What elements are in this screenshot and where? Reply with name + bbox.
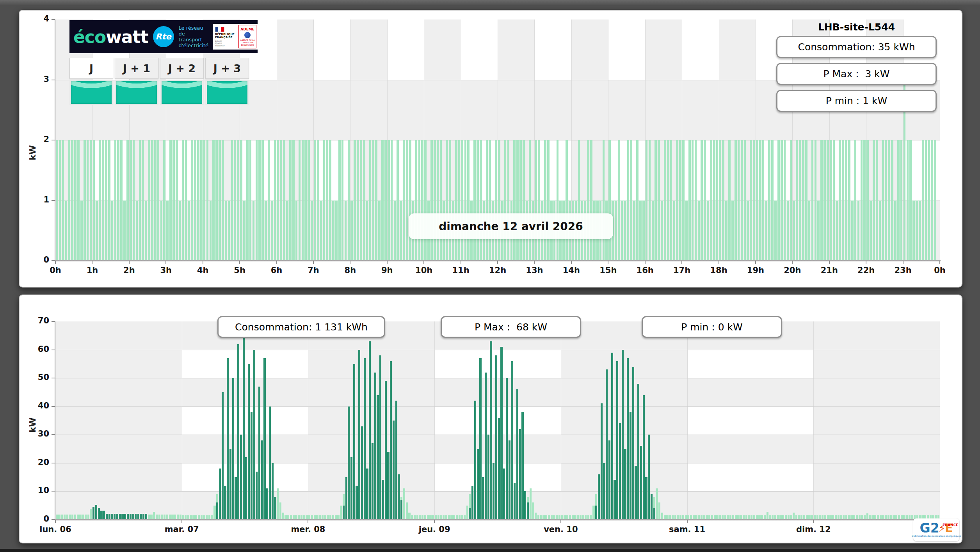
x-tick-mark bbox=[681, 261, 682, 264]
consumption-bar bbox=[169, 140, 172, 261]
dark-power-bar bbox=[379, 355, 381, 520]
consumption-bar bbox=[249, 140, 252, 261]
dark-power-bar bbox=[387, 452, 389, 520]
tab-J[interactable]: J bbox=[69, 58, 113, 79]
dark-power-bar bbox=[616, 361, 618, 520]
consumption-bar bbox=[673, 201, 676, 261]
y-axis-line bbox=[55, 321, 55, 520]
tab-J+3[interactable]: J + 3 bbox=[205, 58, 249, 79]
consumption-bar bbox=[547, 140, 550, 261]
dark-power-bar bbox=[121, 514, 123, 520]
consumption-bar bbox=[519, 140, 522, 261]
consumption-bar bbox=[851, 201, 854, 261]
consumption-bar bbox=[142, 140, 144, 261]
dark-power-bar bbox=[219, 469, 221, 520]
consumption-bar bbox=[384, 140, 387, 261]
consumption-bar bbox=[461, 140, 464, 261]
dark-power-bar bbox=[400, 500, 402, 520]
forecast-thumb-cell bbox=[115, 80, 158, 105]
consumption-bar bbox=[603, 140, 605, 261]
consumption-bar bbox=[823, 140, 826, 261]
dark-power-bar bbox=[377, 395, 379, 520]
dark-power-bar bbox=[490, 341, 492, 520]
consumption-bar bbox=[842, 140, 844, 261]
consumption-bar bbox=[811, 140, 814, 261]
y-tick-label: 0 bbox=[25, 255, 49, 264]
consumption-bar bbox=[90, 140, 92, 261]
dark-power-bar bbox=[248, 364, 250, 520]
dark-power-bar bbox=[637, 384, 639, 520]
dark-power-bar bbox=[521, 412, 523, 520]
consumption-bar bbox=[799, 140, 801, 261]
consumption-bar bbox=[71, 140, 73, 261]
light-power-bar bbox=[277, 488, 279, 520]
light-power-bar bbox=[767, 512, 768, 520]
consumption-bar bbox=[338, 140, 341, 261]
consumption-bar bbox=[219, 140, 221, 261]
forecast-gauge-thumbnail[interactable] bbox=[116, 81, 157, 104]
consumption-bar bbox=[704, 140, 706, 261]
consumption-bar bbox=[861, 140, 863, 261]
consumption-bar bbox=[652, 201, 654, 261]
dark-power-bar bbox=[643, 395, 645, 520]
consumption-bar bbox=[587, 140, 589, 261]
consumption-bar bbox=[166, 201, 169, 261]
forecast-gauge-thumbnail[interactable] bbox=[71, 81, 112, 104]
consumption-bar bbox=[299, 140, 301, 261]
x-tick-mark bbox=[755, 261, 756, 264]
tab-J+2[interactable]: J + 2 bbox=[160, 58, 204, 79]
consumption-bar bbox=[857, 201, 860, 261]
consumption-bar bbox=[820, 140, 823, 261]
tab-J+1[interactable]: J + 1 bbox=[115, 58, 158, 79]
dark-power-bar bbox=[498, 418, 500, 520]
consumption-bar bbox=[139, 140, 141, 261]
consumption-bar bbox=[59, 140, 61, 261]
v-gridline bbox=[308, 321, 308, 520]
consumption-bar bbox=[295, 201, 298, 261]
background-band bbox=[55, 378, 940, 406]
forecast-gauge-thumbnail[interactable] bbox=[207, 81, 247, 104]
consumption-bar bbox=[323, 140, 325, 261]
consumption-bar bbox=[145, 201, 147, 261]
consumption-bar bbox=[449, 140, 451, 261]
dark-power-bar bbox=[469, 508, 471, 520]
dark-power-bar bbox=[350, 457, 352, 520]
x-tick-mark bbox=[719, 261, 719, 264]
x-tick-mark bbox=[313, 261, 314, 264]
consumption-bar bbox=[781, 140, 783, 261]
dark-power-bar bbox=[471, 486, 473, 520]
republique-motto: Liberté Égalité Fraternité bbox=[215, 40, 224, 47]
consumption-bar bbox=[215, 140, 218, 261]
consumption-bar bbox=[538, 140, 540, 261]
consumption-bar bbox=[912, 201, 915, 261]
consumption-bar bbox=[608, 140, 611, 261]
x-axis-line bbox=[55, 519, 941, 520]
consumption-bar bbox=[590, 140, 592, 261]
ecowatt-dashboard: kW 0h1h2h3h4h5h6h7h8h9h10h11h12h13h14h15… bbox=[0, 0, 980, 552]
consumption-bar bbox=[667, 140, 669, 261]
consumption-bar bbox=[176, 140, 178, 261]
consumption-bar bbox=[578, 140, 580, 261]
ecowatt-logo: écowatt bbox=[73, 27, 148, 47]
y-tick-label: 20 bbox=[25, 458, 49, 467]
consumption-bar bbox=[839, 140, 841, 261]
dark-power-bar bbox=[509, 440, 510, 520]
consumption-bar bbox=[151, 140, 153, 261]
consumption-bar bbox=[661, 201, 663, 261]
rte-tagline: Le réseau de transport d'électricité bbox=[179, 25, 209, 48]
dark-power-bar bbox=[606, 369, 608, 520]
y-tick-label: 40 bbox=[25, 401, 49, 410]
dark-power-bar bbox=[140, 514, 142, 520]
dark-power-bar bbox=[142, 514, 144, 520]
consumption-bar bbox=[464, 140, 467, 261]
y-tick-mark bbox=[52, 80, 55, 80]
consumption-bar bbox=[302, 140, 304, 261]
forecast-gauge-thumbnail[interactable] bbox=[162, 81, 202, 104]
dark-power-bar bbox=[216, 502, 218, 520]
consumption-bar bbox=[225, 201, 227, 261]
dark-power-bar bbox=[364, 358, 366, 520]
consumption-bar bbox=[381, 140, 384, 261]
consumption-bar bbox=[827, 140, 829, 261]
x-tick-mark bbox=[423, 261, 424, 264]
summary-box: P Max : 68 kW bbox=[441, 316, 581, 338]
